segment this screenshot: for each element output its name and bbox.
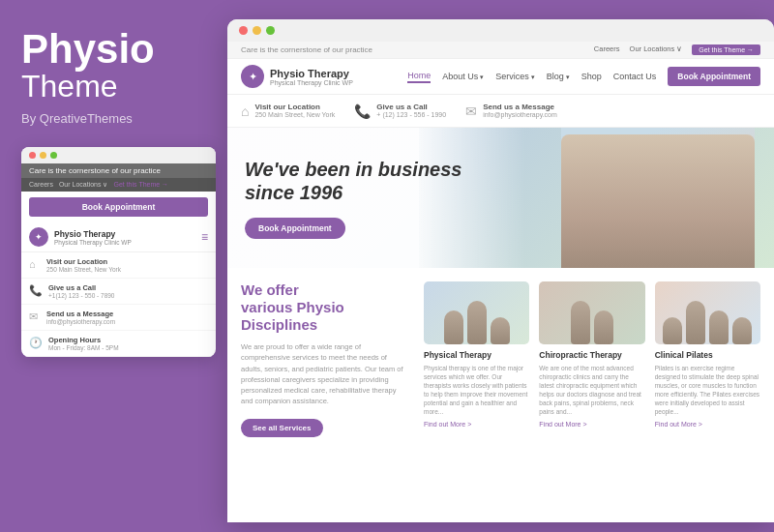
mini-phone-label: Give us a Call <box>48 283 114 292</box>
person-9 <box>732 317 752 344</box>
nav-home[interactable]: Home <box>407 71 431 83</box>
mini-info-row-location: ⌂ Visit our Location 250 Main Street, Ne… <box>21 252 216 279</box>
card-2-people <box>539 291 644 344</box>
card-1-link[interactable]: Find out More > <box>424 421 529 428</box>
mini-hamburger-icon[interactable]: ≡ <box>201 230 208 244</box>
mini-info-row-phone: 📞 Give us a Call +1(12) 123 - 550 - 7890 <box>21 279 216 305</box>
theme-title: Theme <box>21 70 216 103</box>
top-bar-text: Care is the cornerstone of our practice <box>241 45 372 54</box>
content-description: We are proud to offer a wide range of co… <box>241 341 410 407</box>
top-bar-get-theme[interactable]: Get this Theme → <box>692 44 760 55</box>
mini-location-label: Visit our Location <box>46 257 121 266</box>
nav-blog[interactable]: Blog <box>547 72 570 81</box>
dot-red <box>29 152 36 159</box>
site-nav: ✦ Physio Therapy Physical Therapy Clinic… <box>227 59 774 95</box>
card-1-image <box>424 281 529 344</box>
site-top-bar: Care is the cornerstone of our practice … <box>227 42 774 59</box>
phone-val: + (12) 123 - 556 - 1990 <box>376 111 446 118</box>
card-chiropractic: Chiropractic Therapy We are one of the m… <box>539 281 644 437</box>
main-browser: Care is the cornerstone of our practice … <box>227 19 774 522</box>
phone-icon: 📞 <box>29 284 43 297</box>
person-1 <box>444 310 463 344</box>
mini-nav-bar: Careers Our Locations ∨ Get this Theme → <box>21 178 216 192</box>
mini-logo-row: ✦ Physio Therapy Physical Therapy Clinic… <box>21 222 216 252</box>
top-bar-locations[interactable]: Our Locations ∨ <box>630 44 683 55</box>
hero-title: We've been in business since 1996 <box>245 158 461 204</box>
card-pilates: Clinical Pilates Pilates is an exercise … <box>655 281 760 437</box>
mini-logo-name: Physio Therapy <box>54 229 132 239</box>
main-dot-red <box>239 26 248 35</box>
location-label: Visit our Location <box>254 103 335 111</box>
site-info-bar: ⌂ Visit our Location 250 Main Street, Ne… <box>227 95 774 128</box>
mini-logo-icon: ✦ <box>29 227 48 247</box>
mini-phone-val: +1(12) 123 - 550 - 7890 <box>48 292 114 299</box>
top-bar-careers[interactable]: Careers <box>594 44 620 55</box>
info-phone: 📞 Give us a Call + (12) 123 - 556 - 1990 <box>354 103 446 119</box>
mini-book-button[interactable]: Book Appointment <box>29 197 208 217</box>
content-title: We offer various Physio Disciplines <box>241 281 410 334</box>
info-location: ⌂ Visit our Location 250 Main Street, Ne… <box>241 103 335 119</box>
hero-person <box>561 128 755 268</box>
card-3-link[interactable]: Find out More > <box>655 421 760 428</box>
person-8 <box>709 310 729 344</box>
mini-logo-sub: Physical Therapy Clinic WP <box>54 239 132 246</box>
card-3-title: Clinical Pilates <box>655 350 760 360</box>
location-val: 250 Main Street, New York <box>254 111 335 118</box>
mini-logo-text-wrap: Physio Therapy Physical Therapy Clinic W… <box>54 229 132 246</box>
card-1-text: Physical therapy is one of the major ser… <box>424 364 529 417</box>
hero-cta-button[interactable]: Book Appointment <box>245 218 345 239</box>
card-2-title: Chiropractic Therapy <box>539 350 644 360</box>
mini-info-row-email: ✉ Send us a Message info@physiotherapy.c… <box>21 305 216 331</box>
clock-icon: 🕐 <box>29 337 43 349</box>
left-title: Physio Theme By QreativeThemes <box>21 29 216 126</box>
card-1-title: Physical Therapy <box>424 350 529 360</box>
card-2-text: We are one of the most advanced chiropra… <box>539 364 644 417</box>
phone-label: Give us a Call <box>376 103 446 111</box>
by-label: By QreativeThemes <box>21 111 216 126</box>
nav-shop[interactable]: Shop <box>581 72 602 81</box>
dot-yellow <box>40 152 46 159</box>
hero-content: We've been in business since 1996 Book A… <box>227 138 479 258</box>
site-logo-sub: Physical Therapy Clinic WP <box>270 79 353 86</box>
mini-location-val: 250 Main Street, New York <box>46 266 121 273</box>
person-4 <box>571 301 590 344</box>
mini-top-bar: Care is the cornerstone of our practice <box>21 163 216 178</box>
person-3 <box>491 317 510 344</box>
email-val: info@physiotherapy.com <box>483 111 557 118</box>
card-3-text: Pilates is an exercise regime designed t… <box>655 364 760 417</box>
card-3-image <box>655 281 760 344</box>
phone-icon: 📞 <box>354 103 371 119</box>
main-dot-green <box>266 26 275 35</box>
location-icon: ⌂ <box>29 258 41 270</box>
card-1-people <box>424 291 529 344</box>
card-3-people <box>655 291 760 344</box>
top-bar-right: Careers Our Locations ∨ Get this Theme → <box>594 44 760 55</box>
nav-services[interactable]: Services <box>495 72 534 81</box>
see-all-services-button[interactable]: See all Services <box>241 419 323 437</box>
site-content: We offer various Physio Disciplines We a… <box>227 268 774 451</box>
nav-about[interactable]: About Us <box>442 72 484 81</box>
site-wrapper: Care is the cornerstone of our practice … <box>227 42 774 517</box>
left-panel: Physio Theme By QreativeThemes Care is t… <box>0 0 237 532</box>
mini-email-label: Send us a Message <box>46 310 115 318</box>
mini-info-row-hours: 🕐 Opening Hours Mon - Friday: 8AM - 5PM <box>21 331 216 357</box>
nav-contact[interactable]: Contact Us <box>613 72 657 81</box>
location-icon: ⌂ <box>241 103 249 119</box>
mini-browser: Care is the cornerstone of our practice … <box>21 147 216 357</box>
email-icon: ✉ <box>29 310 41 323</box>
mini-hours-label: Opening Hours <box>48 336 119 344</box>
card-2-image <box>539 281 644 344</box>
site-logo-name: Physio Therapy <box>270 68 353 79</box>
info-email: ✉ Send us a Message info@physiotherapy.c… <box>465 103 557 119</box>
mini-hours-val: Mon - Friday: 8AM - 5PM <box>48 344 119 351</box>
card-2-link[interactable]: Find out More > <box>539 421 644 428</box>
email-icon: ✉ <box>465 103 477 119</box>
site-logo: ✦ Physio Therapy Physical Therapy Clinic… <box>241 65 353 88</box>
service-cards: Physical Therapy Physical therapy is one… <box>424 281 760 437</box>
hero-section: We've been in business since 1996 Book A… <box>227 128 774 268</box>
nav-links: Home About Us Services Blog Shop Contact… <box>407 67 760 86</box>
main-browser-titlebar <box>227 19 774 42</box>
dot-green <box>50 152 57 159</box>
mini-email-val: info@physiotherapy.com <box>46 318 115 325</box>
nav-book-button[interactable]: Book Appointment <box>668 67 760 86</box>
